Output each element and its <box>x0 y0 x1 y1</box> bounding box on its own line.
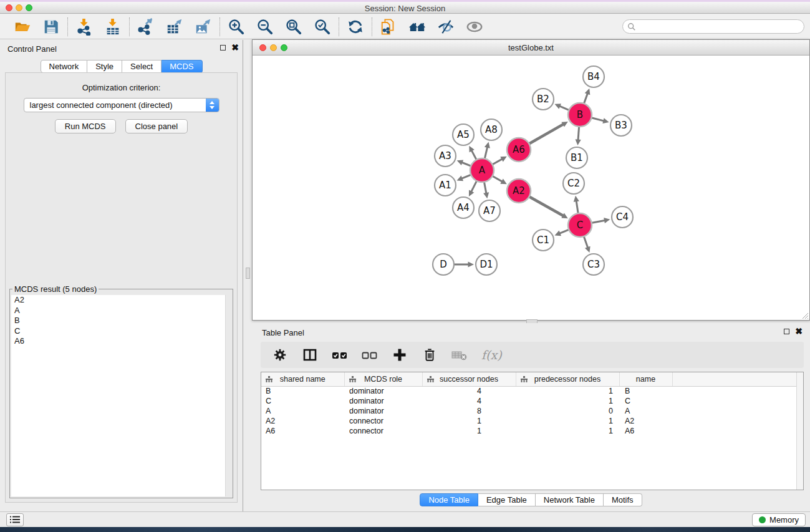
graph-node-A8[interactable]: A8 <box>481 119 502 140</box>
edge-C-C3[interactable] <box>584 235 588 248</box>
delete-table-icon[interactable] <box>451 347 468 363</box>
table-cell[interactable]: 1 <box>516 416 619 426</box>
table-cell[interactable]: dominator <box>344 386 422 396</box>
run-mcds-button[interactable]: Run MCDS <box>55 119 116 133</box>
graph-node-C4[interactable]: C4 <box>612 206 633 228</box>
close-table-panel-icon[interactable]: ✖ <box>795 328 803 334</box>
table-cell[interactable]: 8 <box>422 406 516 416</box>
refresh-layout-icon[interactable] <box>345 17 365 37</box>
graph-node-A6[interactable]: A6 <box>507 138 531 162</box>
table-cell[interactable]: connector <box>344 426 422 436</box>
table-cell[interactable]: A <box>261 406 344 416</box>
graph-node-A7[interactable]: A7 <box>479 200 500 221</box>
table-cell[interactable]: 1 <box>516 386 619 396</box>
tab-network-table[interactable]: Network Table <box>536 493 604 506</box>
graph-node-A4[interactable]: A4 <box>453 197 474 218</box>
table-cell[interactable]: 4 <box>422 386 516 396</box>
table-cell[interactable]: B <box>619 386 672 396</box>
table-cell[interactable]: A6 <box>261 426 344 436</box>
search-input[interactable] <box>636 21 804 32</box>
select-all-checkboxes-icon[interactable] <box>332 347 348 363</box>
graph-node-A3[interactable]: A3 <box>435 145 456 167</box>
import-network-icon[interactable] <box>74 17 94 37</box>
graph-node-C1[interactable]: C1 <box>533 230 554 251</box>
table-cell[interactable]: C <box>261 396 344 406</box>
column-header-MCDS-role[interactable]: MCDS role <box>344 372 422 386</box>
show-columns-icon[interactable] <box>302 347 318 363</box>
edge-B-B3[interactable] <box>590 117 604 121</box>
float-table-panel-icon[interactable] <box>784 329 789 334</box>
graph-node-A2[interactable]: A2 <box>507 179 531 203</box>
graph-node-D1[interactable]: D1 <box>476 254 497 275</box>
table-row[interactable]: A6connector11A6 <box>261 426 798 436</box>
table-row[interactable]: Bdominator41B <box>261 386 798 396</box>
tab-mcds[interactable]: MCDS <box>162 60 202 73</box>
column-header-name[interactable]: name <box>619 372 672 386</box>
export-network-icon[interactable] <box>136 17 156 37</box>
tab-network[interactable]: Network <box>40 60 87 73</box>
table-row[interactable]: Cdominator41C <box>261 396 798 406</box>
open-folder-icon[interactable] <box>12 17 32 37</box>
mcds-result-item[interactable]: A6 <box>11 336 231 347</box>
float-panel-icon[interactable] <box>220 45 226 51</box>
column-header-predecessor-nodes[interactable]: predecessor nodes <box>516 372 619 386</box>
vertical-split-handle[interactable] <box>246 268 250 279</box>
table-cell[interactable]: C <box>619 396 672 406</box>
table-row[interactable]: A2connector11A2 <box>261 416 798 426</box>
first-neighbors-homes-icon[interactable] <box>407 17 427 37</box>
table-cell[interactable]: A6 <box>619 426 672 436</box>
zoom-selected-icon[interactable] <box>312 17 332 37</box>
table-cell[interactable]: connector <box>344 416 422 426</box>
graph-node-C3[interactable]: C3 <box>583 254 604 275</box>
graph-node-B3[interactable]: B3 <box>610 115 632 136</box>
graph-node-A5[interactable]: A5 <box>453 124 474 145</box>
graph-node-D[interactable]: D <box>433 254 454 275</box>
graph-node-B4[interactable]: B4 <box>583 66 604 87</box>
create-column-plus-icon[interactable] <box>392 347 408 363</box>
mcds-result-item[interactable]: B <box>11 316 231 326</box>
zoom-in-icon[interactable] <box>226 17 246 37</box>
tab-style[interactable]: Style <box>87 60 122 73</box>
close-panel-button[interactable]: Close panel <box>125 119 188 133</box>
edge-A-A4[interactable] <box>471 180 477 192</box>
table-cell[interactable]: dominator <box>344 396 422 406</box>
table-cell[interactable]: 1 <box>516 426 619 436</box>
graph-node-B[interactable]: B <box>568 103 592 127</box>
deselect-all-checkboxes-icon[interactable] <box>362 347 378 363</box>
network-from-clipboard-icon[interactable] <box>378 17 398 37</box>
close-panel-icon[interactable]: ✖ <box>231 44 239 51</box>
table-row[interactable]: Adominator80A <box>261 406 798 416</box>
hide-eye-slash-icon[interactable] <box>436 17 456 37</box>
tab-motifs[interactable]: Motifs <box>604 493 642 506</box>
export-table-icon[interactable] <box>165 17 185 37</box>
show-eye-icon[interactable] <box>465 17 485 37</box>
graph-node-B1[interactable]: B1 <box>566 147 587 168</box>
network-canvas[interactable]: B4B2BB3A8A5A6A3B1AC2A1A2A4A7C4CC1DD1C3 <box>253 56 809 320</box>
table-cell[interactable]: 4 <box>422 396 516 406</box>
mcds-result-item[interactable]: A <box>11 306 231 316</box>
save-floppy-icon[interactable] <box>41 17 61 37</box>
graph-node-A1[interactable]: A1 <box>435 175 456 196</box>
resize-grip-icon[interactable] <box>801 311 809 319</box>
edge-A-A8[interactable] <box>485 147 488 160</box>
column-settings-gear-icon[interactable] <box>272 347 288 363</box>
edge-C-C2[interactable] <box>576 200 578 215</box>
memory-button[interactable]: Memory <box>752 513 806 526</box>
tab-select[interactable]: Select <box>122 60 162 73</box>
delete-column-trash-icon[interactable] <box>422 347 438 363</box>
table-cell[interactable]: dominator <box>344 406 422 416</box>
table-cell[interactable]: A2 <box>619 416 672 426</box>
zoom-out-icon[interactable] <box>255 17 275 37</box>
export-image-icon[interactable] <box>193 17 213 37</box>
edge-B-B1[interactable] <box>578 125 579 141</box>
task-history-list-icon[interactable] <box>6 513 24 526</box>
table-cell[interactable]: 0 <box>516 406 619 416</box>
table-cell[interactable]: A2 <box>261 416 344 426</box>
optimization-criterion-dropdown[interactable]: largest connected component (directed) <box>24 98 219 112</box>
column-header-successor-nodes[interactable]: successor nodes <box>422 372 516 386</box>
network-window-titlebar[interactable]: testGlobe.txt <box>253 40 809 56</box>
edge-A6-B[interactable] <box>528 124 564 145</box>
import-table-icon[interactable] <box>103 17 123 37</box>
table-cell[interactable]: 1 <box>422 426 516 436</box>
table-cell[interactable]: B <box>261 386 344 396</box>
